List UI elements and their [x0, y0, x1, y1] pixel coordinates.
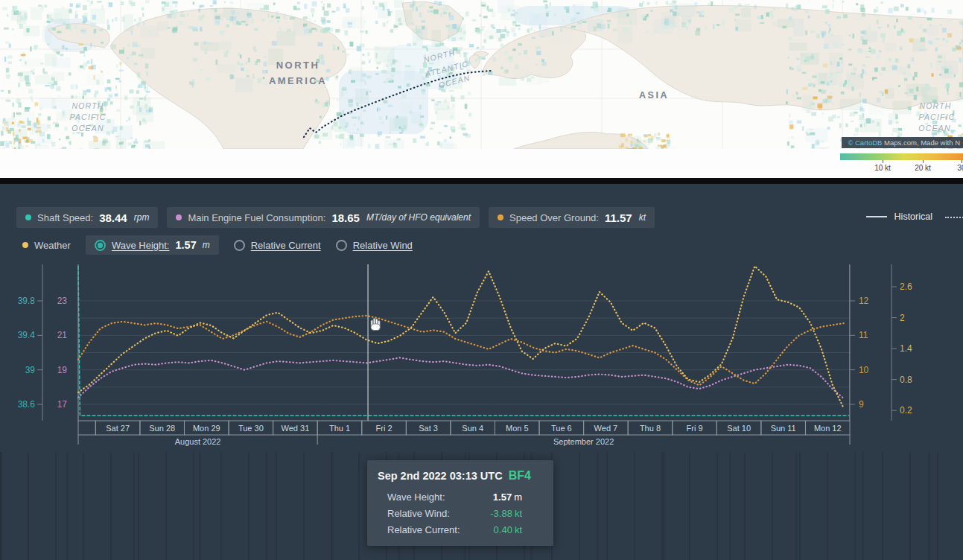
- month-label: August 2022: [175, 437, 221, 446]
- wave-height-option-label[interactable]: Wave Height:: [112, 240, 170, 251]
- wave-axis-label: 1.4: [900, 343, 912, 354]
- fuel-consumption-badge: Main Engine Fuel Consumption: 18.65 MT/d…: [167, 207, 480, 228]
- x-axis-label: Sat 3: [419, 424, 438, 433]
- sog-axis-label: 9: [859, 399, 864, 410]
- speed-over-ground-badge: Speed Over Ground: 11.57 kt: [489, 207, 655, 228]
- wave-axis-label: 0.8: [900, 375, 912, 385]
- wind-gradient-bar: [840, 153, 963, 160]
- cursor-icon: [371, 319, 380, 331]
- wind-tick-10: [883, 160, 883, 163]
- attribution-link[interactable]: © CartoDB: [848, 139, 882, 147]
- beaufort-badge: BF4: [509, 469, 531, 482]
- x-axis-label: Mon 12: [814, 424, 842, 433]
- tooltip-row-wave-height: Wave Height: 1.57m: [387, 491, 522, 503]
- x-axis-label: Fri 2: [376, 424, 392, 433]
- tooltip-rows: Wave Height: 1.57m Relative Wind: -3.88k…: [378, 491, 543, 535]
- x-axis-label: Wed 7: [594, 424, 618, 433]
- map-label: PACIFIC: [918, 112, 955, 121]
- series-line-wave-height: [78, 266, 844, 407]
- tooltip-row-relative-current: Relative Current: 0.40kt: [387, 524, 522, 535]
- series-line-speed-over-ground: [78, 316, 844, 386]
- shaft-speed-unit: rpm: [134, 212, 150, 223]
- relative-wind-label[interactable]: Relative Wind: [353, 240, 413, 251]
- relative-wind-radio[interactable]: [336, 240, 347, 251]
- sog-value: 11.57: [605, 211, 632, 224]
- sog-label: Speed Over Ground:: [509, 212, 599, 223]
- sog-unit: kt: [639, 212, 646, 223]
- x-axis-label: Mon 29: [193, 424, 220, 433]
- wave-axis-label: 2: [900, 313, 905, 323]
- voyage-dashboard: { "map": { "region_labels": [ {"text":"N…: [0, 0, 963, 560]
- relative-current-option[interactable]: Relative Current: [234, 240, 321, 251]
- wind-label-20: 20 kt: [915, 164, 931, 172]
- wave-height-current-value: 1.57: [175, 239, 196, 251]
- map-label: ASIA: [639, 90, 669, 101]
- map-label: AMERICA: [269, 75, 327, 86]
- x-axis-label: Thu 8: [640, 424, 661, 433]
- map-label: NORTH: [919, 101, 951, 110]
- map-canvas[interactable]: NORTHAMERICAASIANORTHPACIFICOCEANNORTHPA…: [0, 0, 963, 149]
- wind-speed-legend: 10 kt 20 kt 30: [0, 149, 963, 178]
- fuel-label: Main Engine Fuel Consumption:: [188, 212, 325, 223]
- historical-line-swatch: [866, 216, 887, 217]
- map-label: OCEAN: [71, 124, 104, 133]
- forecast-line-swatch: [945, 217, 963, 218]
- weather-label: Weather: [34, 240, 71, 251]
- fuel-axis-label: 23: [57, 296, 68, 306]
- x-axis-label: Sun 28: [149, 424, 175, 433]
- relative-current-label[interactable]: Relative Current: [251, 240, 321, 251]
- x-axis-day-cell[interactable]: [78, 421, 95, 435]
- map-label: NORTH: [71, 101, 104, 110]
- map-label: NORTH: [276, 60, 320, 71]
- weather-title: Weather: [22, 240, 71, 251]
- wind-label-10: 10 kt: [874, 164, 891, 172]
- x-axis-label: Fri 9: [687, 424, 703, 433]
- relative-current-radio[interactable]: [234, 240, 245, 251]
- historical-legend: Historical: [866, 211, 932, 222]
- series-line-shaft-speed: [78, 267, 849, 416]
- map-label: PACIFIC: [69, 112, 106, 121]
- map-attribution: © CartoDB Maps.com, Made with N: [842, 137, 963, 148]
- wind-tick-30: [962, 160, 962, 163]
- series-line-fuel-consumption: [78, 357, 844, 398]
- sog-axis-label: 10: [859, 365, 869, 375]
- section-divider: [0, 178, 963, 184]
- tooltip-timestamp: Sep 2nd 2022 03:13 UTC: [378, 470, 503, 482]
- fuel-axis-label: 19: [57, 365, 68, 375]
- shaft-speed-label: Shaft Speed:: [37, 212, 93, 223]
- wave-axis-label: 0.2: [900, 405, 912, 416]
- month-label: September 2022: [553, 437, 614, 446]
- x-axis-label: Sun 11: [771, 424, 796, 433]
- fuel-axis-label: 17: [57, 399, 68, 410]
- x-axis-label: Mon 5: [506, 424, 529, 433]
- wave-height-radio[interactable]: [95, 240, 106, 251]
- shaft-axis-label: 39: [25, 365, 36, 375]
- relative-wind-option[interactable]: Relative Wind: [336, 240, 413, 251]
- weather-controls: Weather Wave Height: 1.57 m Relative Cur…: [22, 234, 413, 256]
- shaft-speed-dot-icon: [25, 214, 31, 220]
- fuel-dot-icon: [176, 214, 182, 220]
- timeseries-chart[interactable]: 39.839.43938.62321191712111092.621.40.80…: [0, 261, 963, 462]
- x-axis-label: Tue 6: [551, 424, 572, 433]
- wind-tick-20: [923, 160, 924, 163]
- weather-dot-icon: [22, 242, 28, 248]
- tooltip-row-relative-wind: Relative Wind: -3.88kt: [387, 508, 522, 519]
- analytics-panel: Shaft Speed: 38.44 rpm Main Engine Fuel …: [0, 184, 963, 560]
- historical-label: Historical: [894, 211, 932, 222]
- sog-dot-icon: [498, 214, 503, 220]
- shaft-axis-label: 39.8: [18, 296, 36, 306]
- x-axis-label: Thu 1: [329, 424, 350, 433]
- x-axis-label: Sat 10: [727, 424, 751, 433]
- fuel-axis-label: 21: [57, 330, 68, 340]
- wave-height-unit: m: [203, 240, 210, 250]
- sog-axis-label: 11: [859, 330, 868, 340]
- x-axis-label: Sun 4: [462, 424, 483, 433]
- fuel-unit: MT/day of HFO equivalent: [366, 212, 471, 223]
- x-axis-label: Tue 30: [238, 424, 264, 433]
- wave-height-option[interactable]: Wave Height: 1.57 m: [86, 235, 219, 255]
- world-map[interactable]: NORTHAMERICAASIANORTHPACIFICOCEANNORTHPA…: [0, 0, 963, 149]
- wave-axis-label: 2.6: [900, 281, 912, 292]
- attribution-text: Maps.com, Made with N: [882, 139, 960, 147]
- shaft-speed-badge: Shaft Speed: 38.44 rpm: [16, 207, 158, 228]
- sog-axis-label: 12: [859, 296, 869, 306]
